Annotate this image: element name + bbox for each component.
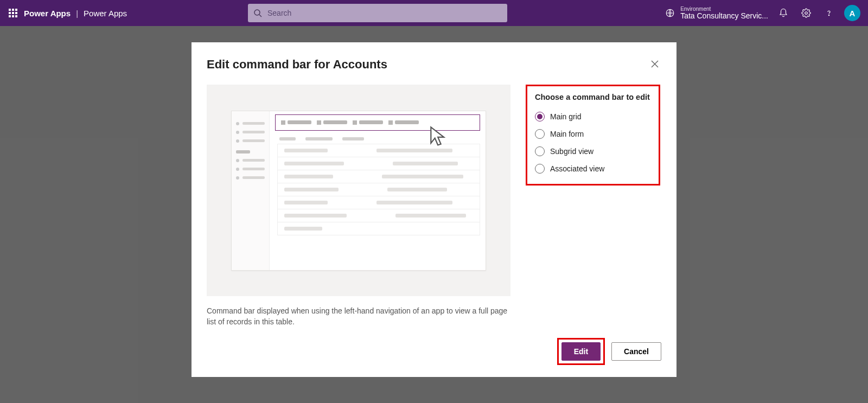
- edit-command-bar-dialog: Edit command bar for Accounts: [192, 42, 676, 377]
- brand-primary[interactable]: Power Apps: [24, 9, 71, 18]
- option-main-grid[interactable]: Main grid: [535, 108, 651, 125]
- search-box[interactable]: [248, 4, 507, 22]
- option-label: Main grid: [550, 112, 582, 121]
- radio-main-form[interactable]: [535, 129, 545, 139]
- avatar-initial: A: [850, 9, 856, 18]
- brand-secondary[interactable]: Power Apps: [84, 9, 127, 18]
- brand-separator: |: [76, 9, 78, 18]
- option-label: Associated view: [550, 164, 604, 173]
- avatar[interactable]: A: [844, 5, 860, 21]
- env-value: Tata Consultancy Servic...: [680, 12, 768, 20]
- svg-point-4: [828, 15, 829, 15]
- cancel-button[interactable]: Cancel: [611, 342, 661, 361]
- close-icon: [650, 60, 659, 68]
- svg-point-0: [254, 10, 260, 15]
- environment-icon: [665, 8, 675, 18]
- radio-associated-view[interactable]: [535, 164, 545, 174]
- svg-line-1: [259, 15, 261, 17]
- option-subgrid-view[interactable]: Subgrid view: [535, 143, 651, 160]
- close-button[interactable]: [648, 57, 661, 73]
- option-main-form[interactable]: Main form: [535, 125, 651, 143]
- question-icon: [825, 9, 833, 17]
- radio-main-grid[interactable]: [535, 112, 545, 121]
- preview-image: [207, 85, 510, 296]
- option-label: Subgrid view: [550, 147, 593, 156]
- search-container: [248, 4, 507, 22]
- bell-icon: [778, 8, 788, 18]
- app-header: Power Apps | Power Apps Environment Tata…: [0, 0, 868, 26]
- settings-button[interactable]: [799, 5, 814, 21]
- notifications-button[interactable]: [776, 5, 791, 21]
- svg-point-3: [805, 12, 808, 15]
- radio-subgrid-view[interactable]: [535, 146, 545, 156]
- edit-button-highlight: Edit: [557, 338, 605, 365]
- dialog-actions: Edit Cancel: [207, 338, 661, 365]
- help-button[interactable]: [821, 5, 837, 21]
- dialog-description: Command bar displayed when using the lef…: [207, 306, 510, 327]
- gear-icon: [801, 8, 811, 18]
- dialog-title: Edit command bar for Accounts: [207, 57, 387, 72]
- env-label: Environment: [680, 6, 768, 12]
- modal-overlay: Edit command bar for Accounts: [0, 26, 868, 403]
- waffle-icon[interactable]: [9, 9, 17, 17]
- search-input[interactable]: [267, 9, 502, 17]
- brand-area: Power Apps | Power Apps: [24, 9, 127, 18]
- edit-button[interactable]: Edit: [561, 342, 601, 361]
- cursor-icon: [427, 124, 451, 148]
- command-bar-options-panel: Choose a command bar to edit Main grid M…: [526, 85, 660, 185]
- search-icon: [253, 9, 262, 17]
- option-associated-view[interactable]: Associated view: [535, 160, 651, 177]
- panel-heading: Choose a command bar to edit: [535, 93, 651, 101]
- environment-picker[interactable]: Environment Tata Consultancy Servic...: [665, 6, 768, 20]
- option-label: Main form: [550, 130, 584, 138]
- header-right: Environment Tata Consultancy Servic... A: [665, 5, 864, 21]
